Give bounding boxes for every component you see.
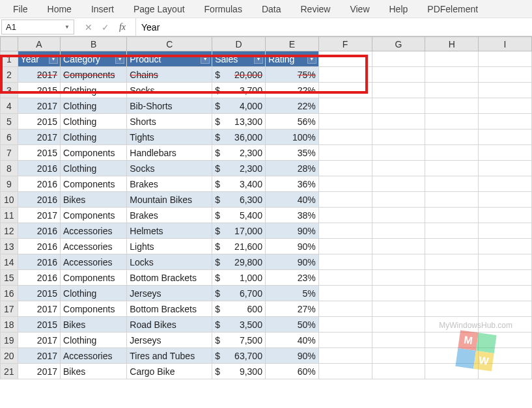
cell-year[interactable]: 2016 (18, 270, 60, 286)
cell[interactable] (318, 348, 372, 364)
cell[interactable] (425, 192, 479, 208)
cell-rating[interactable]: 35% (265, 145, 318, 161)
cell-category[interactable]: Clothing (61, 286, 127, 301)
cell-product[interactable]: Jerseys (127, 286, 212, 301)
cell[interactable] (372, 270, 425, 286)
cell-year[interactable]: 2015 (18, 83, 60, 98)
column-header-B[interactable]: B (61, 37, 127, 51)
cell-sales[interactable]: $9,300 (212, 364, 266, 379)
filter-dropdown-icon[interactable]: ▼ (49, 55, 58, 64)
row-header[interactable]: 18 (1, 317, 18, 333)
ribbon-tab-insert[interactable]: Insert (82, 1, 123, 17)
cell[interactable] (372, 161, 425, 176)
cell[interactable] (425, 239, 479, 254)
cell-category[interactable]: Bikes (61, 317, 127, 333)
cell-rating[interactable]: 40% (265, 333, 318, 348)
ribbon-tab-page-layout[interactable]: Page Layout (124, 1, 194, 17)
cell[interactable] (372, 223, 425, 239)
cell[interactable] (318, 176, 372, 192)
column-header-G[interactable]: G (372, 37, 425, 51)
cell[interactable] (425, 348, 479, 364)
cell-year[interactable]: 2017 (18, 364, 60, 379)
cell[interactable] (425, 333, 479, 348)
ribbon-tab-review[interactable]: Review (292, 1, 340, 17)
cell[interactable] (372, 83, 425, 98)
ribbon-tab-formulas[interactable]: Formulas (195, 1, 251, 17)
table-header-product[interactable]: Product▼ (127, 51, 212, 67)
cell[interactable] (479, 176, 532, 192)
cell[interactable] (425, 161, 479, 176)
formula-input[interactable] (136, 18, 532, 36)
cell[interactable] (372, 317, 425, 333)
row-header[interactable]: 13 (1, 239, 18, 254)
row-header[interactable]: 16 (1, 286, 18, 301)
cell-product[interactable]: Socks (127, 161, 212, 176)
cell[interactable] (372, 114, 425, 129)
cell-category[interactable]: Accessories (61, 223, 127, 239)
cell-sales[interactable]: $36,000 (212, 129, 266, 145)
cell-rating[interactable]: 56% (265, 114, 318, 129)
row-header[interactable]: 19 (1, 333, 18, 348)
cell[interactable] (318, 270, 372, 286)
cell-product[interactable]: Mountain Bikes (127, 192, 212, 208)
cell[interactable] (372, 239, 425, 254)
cell-rating[interactable]: 100% (265, 129, 318, 145)
cell[interactable] (372, 333, 425, 348)
cell[interactable] (479, 145, 532, 161)
row-header[interactable]: 5 (1, 114, 18, 129)
cell-sales[interactable]: $2,300 (212, 161, 266, 176)
cell-sales[interactable]: $13,300 (212, 114, 266, 129)
cell[interactable] (425, 51, 479, 67)
cell[interactable] (479, 129, 532, 145)
cell-rating[interactable]: 27% (265, 301, 318, 317)
cell-rating[interactable]: 90% (265, 348, 318, 364)
cell-sales[interactable]: $6,300 (212, 192, 266, 208)
cell-rating[interactable]: 90% (265, 254, 318, 270)
cell-rating[interactable]: 50% (265, 317, 318, 333)
select-all-corner[interactable] (1, 37, 18, 51)
row-header[interactable]: 15 (1, 270, 18, 286)
table-header-category[interactable]: Category▼ (61, 51, 127, 67)
cell[interactable] (318, 145, 372, 161)
cell[interactable] (372, 348, 425, 364)
cell-category[interactable]: Bikes (61, 192, 127, 208)
ribbon-tab-pdfelement[interactable]: PDFelement (418, 1, 487, 17)
cell-category[interactable]: Clothing (61, 161, 127, 176)
cell[interactable] (372, 176, 425, 192)
cell[interactable] (318, 254, 372, 270)
cell[interactable] (318, 239, 372, 254)
cell-product[interactable]: Brakes (127, 208, 212, 223)
cell[interactable] (372, 254, 425, 270)
cell-sales[interactable]: $3,700 (212, 83, 266, 98)
cell[interactable] (372, 98, 425, 114)
cell[interactable] (479, 286, 532, 301)
enter-icon[interactable]: ✓ (99, 22, 112, 33)
cell-sales[interactable]: $2,300 (212, 145, 266, 161)
cell-category[interactable]: Accessories (61, 348, 127, 364)
column-header-E[interactable]: E (265, 37, 318, 51)
cell-rating[interactable]: 75% (265, 67, 318, 83)
column-header-H[interactable]: H (425, 37, 479, 51)
cell-product[interactable]: Cargo Bike (127, 364, 212, 379)
chevron-down-icon[interactable]: ▼ (64, 24, 70, 30)
cell[interactable] (372, 51, 425, 67)
cell[interactable] (479, 114, 532, 129)
cell-sales[interactable]: $29,800 (212, 254, 266, 270)
cell[interactable] (372, 364, 425, 379)
cell-year[interactable]: 2017 (18, 333, 60, 348)
cell-product[interactable]: Road Bikes (127, 317, 212, 333)
column-header-C[interactable]: C (127, 37, 212, 51)
cell-rating[interactable]: 22% (265, 83, 318, 98)
ribbon-tab-data[interactable]: Data (253, 1, 290, 17)
cell-product[interactable]: Chains (127, 67, 212, 83)
cell[interactable] (479, 270, 532, 286)
cell-product[interactable]: Tires and Tubes (127, 348, 212, 364)
cell-rating[interactable]: 40% (265, 192, 318, 208)
cell[interactable] (425, 67, 479, 83)
cell[interactable] (318, 98, 372, 114)
cell[interactable] (479, 98, 532, 114)
cancel-icon[interactable]: ✕ (82, 22, 95, 33)
row-header[interactable]: 4 (1, 98, 18, 114)
cell[interactable] (479, 223, 532, 239)
cell[interactable] (479, 317, 532, 333)
